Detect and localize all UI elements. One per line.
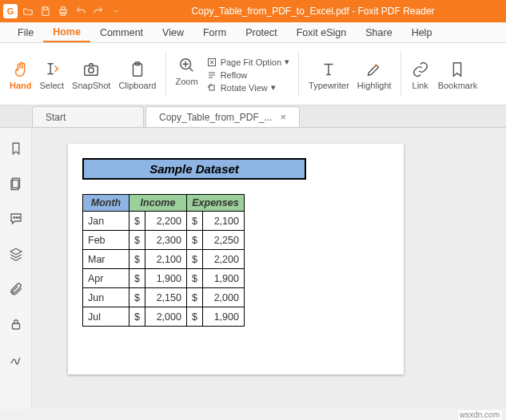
- table-row: Apr$1,900$1,900: [83, 269, 245, 288]
- cell-expenses-currency: $: [186, 269, 202, 288]
- watermark: wsxdn.com: [458, 410, 501, 419]
- clipboard-icon: [128, 60, 147, 79]
- svg-point-14: [18, 217, 20, 219]
- layers-panel-icon[interactable]: [8, 246, 24, 262]
- svg-point-13: [16, 217, 18, 219]
- typewriter-icon: [319, 60, 338, 79]
- bookmark-icon: [448, 60, 467, 79]
- menu-bar: File Home Comment View Form Protect Foxi…: [0, 22, 506, 43]
- zoom-icon: [177, 56, 197, 75]
- typewriter-label: Typewriter: [309, 81, 349, 90]
- clipboard-label: Clipboard: [118, 81, 156, 90]
- page-viewport[interactable]: Sample Dataset Month Income Expenses Jan…: [32, 128, 506, 409]
- table-row: Jul$2,000$1,900: [83, 307, 245, 327]
- comments-panel-icon[interactable]: [8, 211, 24, 227]
- menu-view[interactable]: View: [153, 22, 193, 42]
- select-label: Select: [40, 81, 65, 90]
- col-header-income: Income: [129, 195, 187, 212]
- main-area: Sample Dataset Month Income Expenses Jan…: [0, 128, 506, 409]
- bookmark-label: Bookmark: [438, 81, 478, 90]
- cell-expenses-value: 2,000: [202, 288, 244, 307]
- cell-month: Jul: [83, 307, 129, 327]
- svg-point-4: [89, 67, 94, 72]
- window-title: Copy_Table_from_PDF_to_Excel.pdf - Foxit…: [123, 6, 503, 17]
- document-tab-strip: Start Copy_Table_from_PDF_... ×: [0, 105, 506, 128]
- tab-document[interactable]: Copy_Table_from_PDF_... ×: [145, 106, 300, 127]
- tab-document-label: Copy_Table_from_PDF_...: [159, 112, 272, 123]
- bookmark-button[interactable]: Bookmark: [435, 60, 481, 90]
- menu-form[interactable]: Form: [193, 22, 236, 42]
- cell-expenses-value: 1,900: [202, 269, 244, 288]
- page-fit-label: Page Fit Option: [221, 57, 281, 67]
- reflow-icon: [206, 69, 217, 81]
- cell-expenses-currency: $: [186, 231, 202, 250]
- foxit-logo-icon: G: [3, 4, 18, 18]
- cell-income-currency: $: [129, 269, 145, 288]
- undo-icon[interactable]: [74, 4, 88, 18]
- col-header-expenses: Expenses: [186, 195, 244, 212]
- page-fit-option-button[interactable]: Page Fit Option ▾: [203, 56, 293, 69]
- menu-comment[interactable]: Comment: [90, 22, 153, 42]
- snapshot-label: SnapShot: [72, 81, 110, 90]
- cell-income-currency: $: [129, 307, 145, 327]
- menu-share[interactable]: Share: [356, 22, 401, 42]
- menu-file[interactable]: File: [8, 22, 43, 42]
- typewriter-button[interactable]: Typewriter: [305, 60, 353, 90]
- svg-rect-2: [62, 13, 66, 16]
- qat-dropdown-icon[interactable]: [109, 4, 123, 18]
- link-button[interactable]: Link: [408, 60, 433, 90]
- cell-income-currency: $: [129, 250, 145, 269]
- cell-month: Feb: [83, 231, 129, 250]
- tab-start[interactable]: Start: [32, 106, 144, 127]
- cell-expenses-value: 1,900: [202, 307, 244, 327]
- highlight-icon: [365, 60, 384, 79]
- save-icon[interactable]: [38, 4, 53, 18]
- bookmarks-panel-icon[interactable]: [8, 141, 24, 157]
- cell-expenses-value: 2,200: [202, 250, 244, 269]
- table-row: Feb$2,300$2,250: [83, 231, 245, 250]
- link-icon: [411, 60, 430, 79]
- security-panel-icon[interactable]: [8, 316, 24, 332]
- hand-label: Hand: [10, 81, 32, 90]
- zoom-button[interactable]: Zoom: [173, 56, 201, 94]
- title-bar: G Copy_Table_from_PDF_to_Excel.pdf - Fox…: [0, 0, 506, 22]
- cell-month: Apr: [83, 269, 129, 288]
- open-icon[interactable]: [21, 4, 35, 18]
- cell-income-value: 2,100: [145, 250, 186, 269]
- hand-icon: [11, 60, 30, 79]
- highlight-button[interactable]: Highlight: [354, 60, 395, 90]
- cell-expenses-value: 2,100: [202, 212, 244, 231]
- cell-month: Jan: [83, 212, 129, 231]
- cell-expenses-currency: $: [186, 250, 202, 269]
- pages-panel-icon[interactable]: [8, 176, 24, 192]
- cell-income-value: 2,000: [145, 307, 186, 327]
- reflow-button[interactable]: Reflow: [203, 69, 293, 81]
- select-tool-button[interactable]: Select: [37, 60, 68, 90]
- menu-protect[interactable]: Protect: [236, 22, 287, 42]
- chevron-down-icon: ▾: [271, 82, 276, 93]
- zoom-label: Zoom: [176, 77, 198, 86]
- link-label: Link: [412, 81, 428, 90]
- redo-icon[interactable]: [91, 4, 106, 18]
- attachments-panel-icon[interactable]: [8, 281, 24, 297]
- page-fit-icon: [206, 57, 217, 68]
- menu-home[interactable]: Home: [43, 22, 90, 42]
- pdf-page: Sample Dataset Month Income Expenses Jan…: [68, 144, 404, 374]
- menu-esign[interactable]: Foxit eSign: [287, 22, 357, 42]
- menu-help[interactable]: Help: [402, 22, 442, 42]
- cell-income-currency: $: [129, 288, 145, 307]
- hand-tool-button[interactable]: Hand: [6, 60, 35, 90]
- clipboard-button[interactable]: Clipboard: [115, 60, 159, 90]
- snapshot-button[interactable]: SnapShot: [69, 60, 114, 90]
- close-tab-icon[interactable]: ×: [272, 111, 286, 123]
- cell-income-value: 2,150: [145, 288, 186, 307]
- table-row: Jan$2,200$2,100: [83, 212, 245, 231]
- cell-expenses-value: 2,250: [202, 231, 244, 250]
- cell-expenses-currency: $: [186, 212, 202, 231]
- tab-start-label: Start: [46, 112, 66, 123]
- signature-panel-icon[interactable]: [8, 351, 24, 367]
- rotate-view-button[interactable]: Rotate View ▾: [203, 81, 293, 94]
- print-icon[interactable]: [56, 4, 70, 18]
- rotate-label: Rotate View: [221, 83, 268, 93]
- snapshot-icon: [82, 60, 101, 79]
